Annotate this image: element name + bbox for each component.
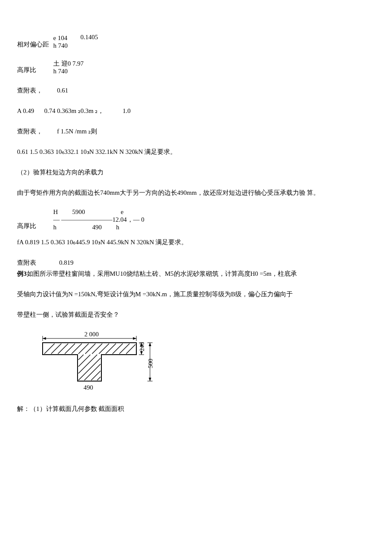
calc-result-1: 0.61 1.5 0.363 10₆332.1 10₃N 332.1kN N 3…	[17, 147, 375, 157]
height-thickness-frac-2: H 5900 e — ————————12.04，— 0 h 490 h	[53, 208, 144, 231]
example-3-line-3: 带壁柱一侧，试验算截面是否安全？	[17, 309, 375, 320]
lookup-table-2-row: 查附表， f 1.5N /mm ₂则	[17, 126, 375, 136]
relative-eccentricity-frac: e 104 h 740	[53, 34, 68, 49]
frac-top: e 104	[53, 34, 68, 42]
dim-500: 500	[147, 359, 154, 369]
area-a: A 0.49	[17, 107, 34, 114]
frac-bot-num: 490	[92, 224, 102, 231]
lookup-label-3: 查附表	[17, 259, 36, 266]
area-c: 1.0	[123, 107, 131, 114]
frac-mid-2: — ————————12.04，— 0	[53, 216, 144, 223]
frac-top: 土 迎0 7.97	[53, 60, 84, 67]
frac-top-num: 5900	[72, 208, 85, 215]
example-3-bold: 例3	[17, 270, 27, 277]
svg-marker-33	[149, 343, 151, 346]
frac-bot-h: h	[53, 224, 57, 231]
frac-bot: h 740	[53, 67, 84, 75]
relative-eccentricity-label: 相对偏心距	[17, 39, 49, 49]
dim-490: 490	[84, 384, 93, 391]
t-section-diagram: 2 000	[30, 330, 375, 401]
frac-top-H: H	[53, 208, 58, 215]
svg-line-24	[97, 377, 101, 380]
frac-bot-2: h 490 h	[53, 223, 144, 231]
lookup-label-2: 查附表，	[17, 128, 43, 135]
frac-top-2: H 5900 e	[53, 208, 144, 216]
height-thickness-frac: 土 迎0 7.97 h 740	[53, 60, 84, 75]
frac-top-e: e	[121, 208, 124, 215]
lookup-label: 查附表，	[17, 87, 43, 94]
frac-bot-e: h	[116, 224, 120, 231]
lookup-value-2: f 1.5N /mm ₂则	[57, 128, 97, 135]
solution-line: 解：（1）计算截面几何参数 截面面积	[17, 404, 375, 414]
svg-marker-34	[149, 378, 151, 381]
svg-marker-4	[133, 337, 136, 340]
lookup-value-3: 0.819	[59, 259, 74, 266]
svg-marker-29	[140, 351, 143, 355]
area-b: 0.74 0.363m ₂0.3m ₂，	[44, 107, 104, 114]
relative-eccentricity-row: 相对偏心距 e 104 h 740 0.1405	[17, 34, 375, 49]
svg-marker-3	[43, 337, 46, 340]
calc-result-2: fA 0.819 1.5 0.363 10₆445.9 10₃N 445.9kN…	[17, 237, 375, 247]
dim-240: 240	[139, 342, 145, 351]
example-3-line-1: 例3如图所示带壁柱窗间墙，采用MU10烧结粘土砖、M5的水泥砂浆砌筑，计算高度H…	[17, 269, 375, 279]
height-thickness-ratio-row: 高厚比 土 迎0 7.97 h 740	[17, 60, 375, 75]
area-calc-row: A 0.49 0.74 0.363m ₂0.3m ₂， 1.0	[17, 106, 375, 116]
frac-bot: h 740	[53, 42, 68, 49]
height-thickness-ratio-2-row: 高厚比 H 5900 e — ————————12.04，— 0 h 490 h	[17, 208, 375, 231]
height-thickness-label: 高厚比	[17, 65, 36, 75]
svg-line-20	[78, 355, 90, 367]
section-2-desc: 由于弯矩作用方向的截面边长740mm大于另一方向的边长490mm，故还应对短边进…	[17, 188, 375, 198]
lookup-table-3-row: 查附表 0.819	[17, 257, 375, 268]
example-3-line-2: 受轴向力设计值为N =150kN,弯矩设计值为M =30kN.m，施工质量控制等…	[17, 289, 375, 299]
lookup-value: 0.61	[57, 87, 68, 94]
svg-line-21	[78, 355, 84, 360]
dim-top: 2 000	[84, 331, 99, 338]
section-2-heading: （2）验算柱短边方向的承载力	[17, 167, 375, 177]
svg-line-18	[78, 358, 101, 380]
height-thickness-label-2: 高厚比	[17, 221, 36, 231]
t-section-svg: 2 000	[30, 330, 166, 398]
relative-eccentricity-result: 0.1405	[81, 33, 98, 41]
lookup-table-1-row: 查附表， 0.61	[17, 85, 375, 95]
example-3-rest: 如图所示带壁柱窗间墙，采用MU10烧结粘土砖、M5的水泥砂浆砌筑，计算高度H0 …	[27, 270, 297, 277]
